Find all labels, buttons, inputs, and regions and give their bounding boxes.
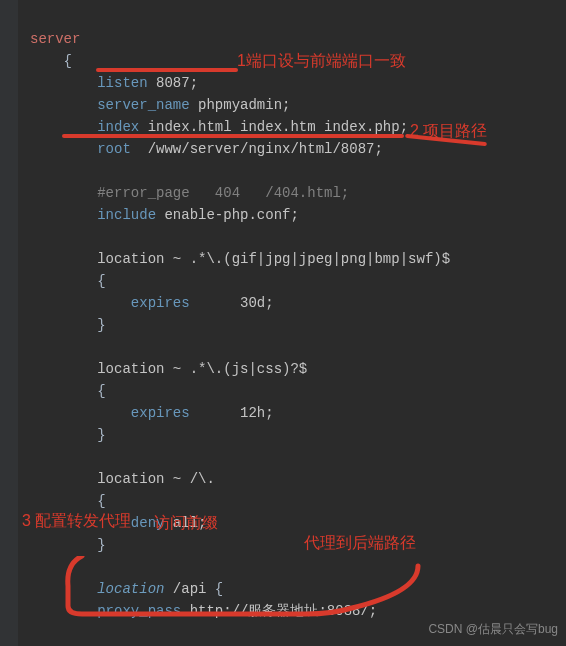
annotation-path: 2 项目路径 [410, 120, 487, 142]
underline-root-1 [62, 134, 404, 138]
server-name-value: phpmyadmin; [190, 97, 291, 113]
root-directive: root [97, 141, 131, 157]
expires-2-kw: expires [131, 405, 190, 421]
index-directive: index [97, 119, 139, 135]
annotation-prefix: 访问前缀 [154, 512, 218, 534]
location-2-regex: .*\.(js|css)?$ [190, 361, 308, 377]
annotation-proxy: 3 配置转发代理 [22, 510, 131, 532]
listen-directive: listen [97, 75, 147, 91]
location-1-prefix: location ~ [97, 251, 189, 267]
expires-2-val: 12h; [190, 405, 274, 421]
include-directive: include [97, 207, 156, 223]
annotation-backend: 代理到后端路径 [304, 532, 416, 554]
underline-listen [96, 68, 238, 72]
index-value: index.html index.htm index.php; [139, 119, 408, 135]
server-name-directive: server_name [97, 97, 189, 113]
location-2-prefix: location ~ [97, 361, 189, 377]
root-value: /www/server/nginx/html/8087; [131, 141, 383, 157]
include-value: enable-php.conf; [156, 207, 299, 223]
annotation-port: 1端口设与前端端口一致 [237, 50, 406, 72]
error-page-comment: #error_page 404 /404.html; [97, 185, 349, 201]
expires-1-kw: expires [131, 295, 190, 311]
location-3-regex: /\. [190, 471, 215, 487]
code-block: server { listen 8087; server_name phpmya… [0, 0, 566, 646]
expires-1-val: 30d; [190, 295, 274, 311]
listen-value: 8087; [148, 75, 198, 91]
watermark: CSDN @估晨只会写bug [428, 618, 558, 640]
location-3-prefix: location ~ [97, 471, 189, 487]
brace: { [64, 53, 72, 69]
proxy-bracket [62, 556, 430, 618]
location-1-regex: .*\.(gif|jpg|jpeg|png|bmp|swf)$ [190, 251, 450, 267]
server-keyword: server [30, 31, 80, 47]
